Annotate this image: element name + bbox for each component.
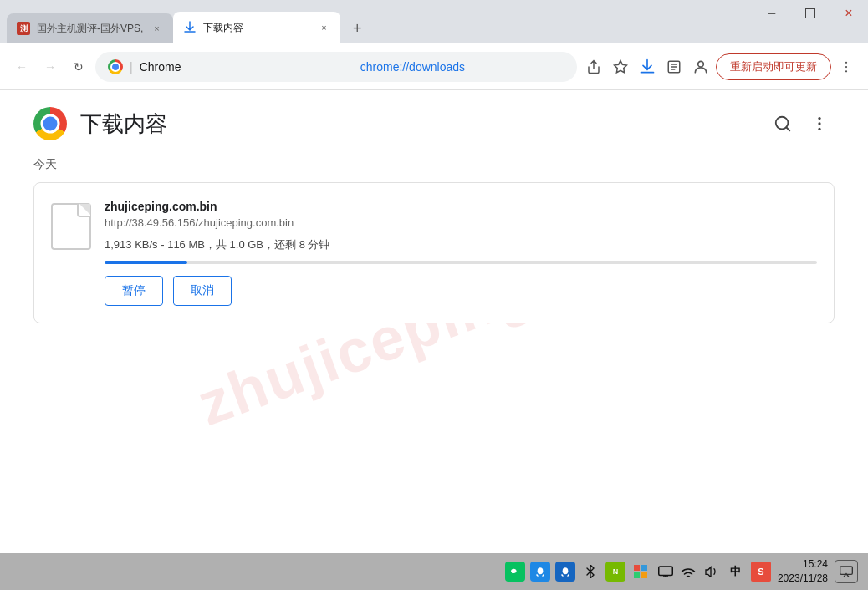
page-header-actions: [768, 109, 835, 139]
svg-rect-14: [634, 572, 640, 578]
color-grid-icon[interactable]: [631, 562, 651, 582]
reader-mode-button[interactable]: [662, 55, 686, 79]
taskbar-date: 2023/11/28: [778, 572, 828, 586]
svg-rect-15: [641, 572, 647, 578]
tab2-favicon: [183, 21, 197, 34]
profile-button[interactable]: [689, 55, 712, 79]
download-status: 1,913 KB/s - 116 MB，共 1.0 GB，还剩 8 分钟: [105, 237, 817, 252]
network-area: [681, 566, 696, 577]
page-header-left: 下载内容: [33, 107, 167, 140]
refresh-button[interactable]: ↻: [67, 55, 90, 79]
page-title: 下载内容: [80, 109, 167, 139]
taskbar-time: 15:24: [778, 557, 828, 572]
svg-rect-16: [659, 567, 673, 576]
download-filename: zhujiceping.com.bin: [105, 200, 817, 213]
ime-icon[interactable]: 中: [726, 562, 746, 582]
cancel-button[interactable]: 取消: [173, 276, 232, 306]
download-card: zhujiceping.com.bin http://38.49.56.156/…: [33, 182, 835, 323]
pause-button[interactable]: 暂停: [105, 276, 163, 306]
svg-point-8: [818, 122, 820, 125]
wechat-icon[interactable]: [505, 562, 525, 582]
svg-rect-12: [634, 565, 640, 571]
svg-rect-13: [641, 565, 647, 571]
page-header: 下载内容: [33, 107, 835, 140]
page-content: zhujiceping.com 下载内容 今天 zhujiceping.com.…: [0, 90, 868, 553]
svg-point-5: [845, 70, 847, 72]
qq2-icon[interactable]: [555, 562, 575, 582]
chrome-label: Chrome: [140, 60, 344, 74]
tab2-title: 下载内容: [203, 21, 310, 35]
svg-point-11: [563, 567, 569, 574]
svg-marker-0: [615, 60, 627, 72]
chat-button[interactable]: [835, 560, 858, 583]
qq-icon[interactable]: [530, 562, 550, 582]
menu-button[interactable]: [835, 55, 858, 79]
download-info: zhujiceping.com.bin http://38.49.56.156/…: [105, 200, 817, 306]
new-tab-button[interactable]: +: [344, 15, 370, 42]
tab1-title: 国外主机测评-国外VPS,: [37, 22, 143, 36]
maximize-button[interactable]: [791, 0, 830, 27]
svg-point-7: [818, 117, 820, 120]
share-button[interactable]: [582, 55, 605, 79]
maximize-icon: [805, 8, 815, 18]
tab1-close-button[interactable]: ×: [150, 22, 163, 35]
address-bar[interactable]: | Chrome chrome://downloads: [95, 52, 577, 82]
tab-inactive-1[interactable]: 測 国外主机测评-国外VPS, ×: [7, 13, 173, 43]
update-button[interactable]: 重新启动即可更新: [716, 53, 831, 80]
taskbar-icons: N 中 S: [505, 562, 771, 582]
nav-actions: 重新启动即可更新: [582, 53, 858, 80]
bookmark-button[interactable]: [609, 55, 632, 79]
minimize-button[interactable]: ─: [753, 0, 791, 27]
section-today-label: 今天: [33, 157, 835, 172]
svg-point-9: [818, 128, 820, 130]
tab2-close-button[interactable]: ×: [317, 21, 330, 34]
superstar-icon[interactable]: S: [751, 562, 771, 582]
download-button[interactable]: [636, 55, 659, 79]
chrome-logo-icon: [108, 59, 123, 74]
search-button[interactable]: [768, 109, 798, 139]
nav-bar: ← → ↻ | Chrome chrome://downloads 重新启动即可…: [0, 43, 868, 90]
monitor-icon[interactable]: [656, 562, 676, 582]
download-url[interactable]: http://38.49.56.156/zhujiceping.com.bin: [105, 216, 817, 229]
taskbar: N 中 S 15:24 2023/11/28: [0, 553, 868, 590]
address-url: chrome://downloads: [360, 60, 564, 74]
download-actions: 暂停 取消: [105, 276, 817, 306]
title-bar: 測 国外主机测评-国外VPS, × 下载内容 × + ─ ×: [0, 0, 868, 43]
svg-point-4: [845, 65, 847, 67]
svg-point-3: [845, 61, 847, 63]
tab1-favicon: 測: [17, 22, 30, 35]
close-button[interactable]: ×: [830, 0, 868, 27]
svg-point-2: [698, 61, 704, 67]
file-icon: [51, 203, 91, 250]
bluetooth-icon[interactable]: [580, 562, 600, 582]
volume-icon[interactable]: [701, 562, 721, 582]
progress-bar-background: [105, 261, 817, 264]
forward-button[interactable]: →: [38, 55, 62, 79]
back-button[interactable]: ←: [10, 55, 33, 79]
chrome-logo-big-icon: [33, 107, 67, 140]
more-options-button[interactable]: [804, 109, 835, 139]
window-controls: ─ ×: [753, 0, 868, 27]
taskbar-clock: 15:24 2023/11/28: [778, 557, 828, 586]
nvidia-icon[interactable]: N: [605, 562, 625, 582]
tab-active-2[interactable]: 下载内容 ×: [173, 12, 340, 43]
progress-bar-fill: [105, 261, 187, 264]
address-separator2: [350, 60, 354, 74]
address-separator: |: [130, 60, 133, 74]
svg-point-10: [538, 567, 544, 574]
